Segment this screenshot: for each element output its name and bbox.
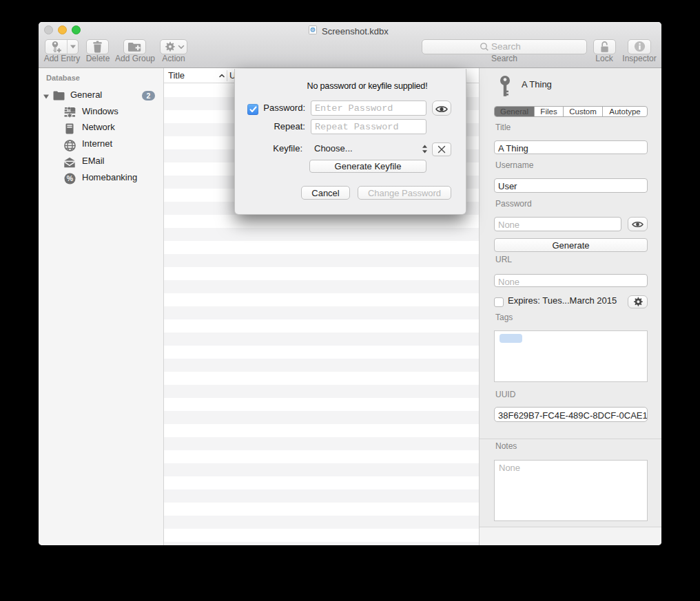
svg-text:%: %	[67, 174, 74, 182]
